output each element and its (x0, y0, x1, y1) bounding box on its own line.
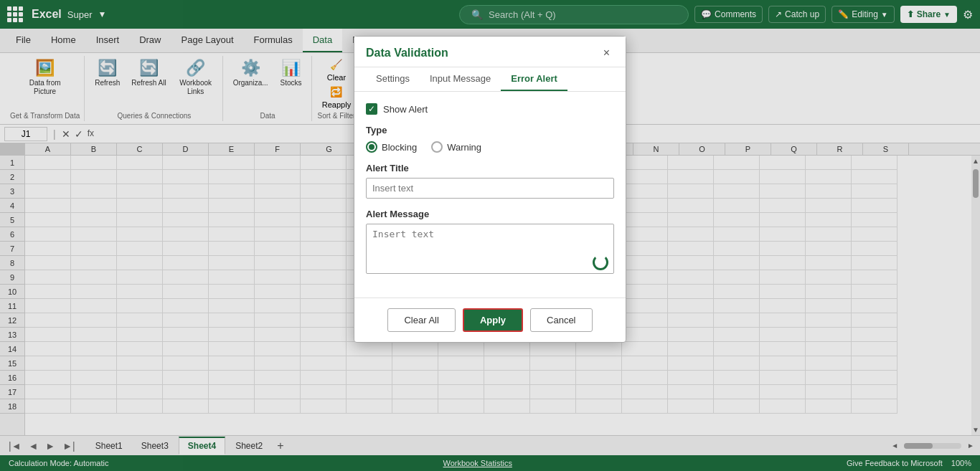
textarea-loading-icon (593, 254, 608, 270)
radio-blocking[interactable]: Blocking (366, 141, 417, 153)
dialog-overlay: Data Validation × Settings Input Message… (0, 0, 980, 471)
dialog-header: Data Validation × (354, 37, 626, 67)
dialog-body: ✓ Show Alert Type Blocking Warning (354, 92, 626, 298)
dialog-tab-input-message[interactable]: Input Message (420, 67, 501, 91)
type-section: Type Blocking Warning (366, 125, 614, 153)
radio-label-blocking: Blocking (382, 142, 417, 153)
show-alert-label: Show Alert (383, 104, 428, 115)
radio-inner-blocking (369, 144, 374, 150)
dialog-tabs: Settings Input Message Error Alert (354, 67, 626, 92)
clear-all-button[interactable]: Clear All (387, 308, 455, 332)
dialog-tab-settings[interactable]: Settings (366, 67, 420, 91)
apply-button[interactable]: Apply (463, 308, 523, 332)
alert-message-section: Alert Message (366, 209, 614, 276)
dialog-title: Data Validation (366, 47, 448, 60)
cancel-button[interactable]: Cancel (530, 308, 592, 332)
alert-message-label: Alert Message (366, 209, 614, 219)
data-validation-dialog: Data Validation × Settings Input Message… (354, 36, 626, 343)
alert-message-textarea[interactable] (366, 224, 614, 274)
radio-group: Blocking Warning (366, 141, 614, 153)
show-alert-checkbox[interactable]: ✓ (366, 103, 377, 115)
alert-title-section: Alert Title (366, 163, 614, 199)
radio-label-warning: Warning (447, 142, 481, 153)
radio-circle-warning (431, 141, 443, 153)
radio-warning[interactable]: Warning (431, 141, 481, 153)
alert-title-label: Alert Title (366, 163, 614, 173)
alert-message-wrapper (366, 224, 614, 276)
radio-circle-blocking (366, 141, 377, 153)
show-alert-row: ✓ Show Alert (366, 103, 614, 115)
type-label: Type (366, 125, 614, 135)
dialog-close-button[interactable]: × (599, 45, 614, 61)
alert-title-input[interactable] (366, 178, 614, 199)
dialog-footer: Clear All Apply Cancel (354, 298, 626, 342)
dialog-tab-error-alert[interactable]: Error Alert (501, 67, 567, 91)
